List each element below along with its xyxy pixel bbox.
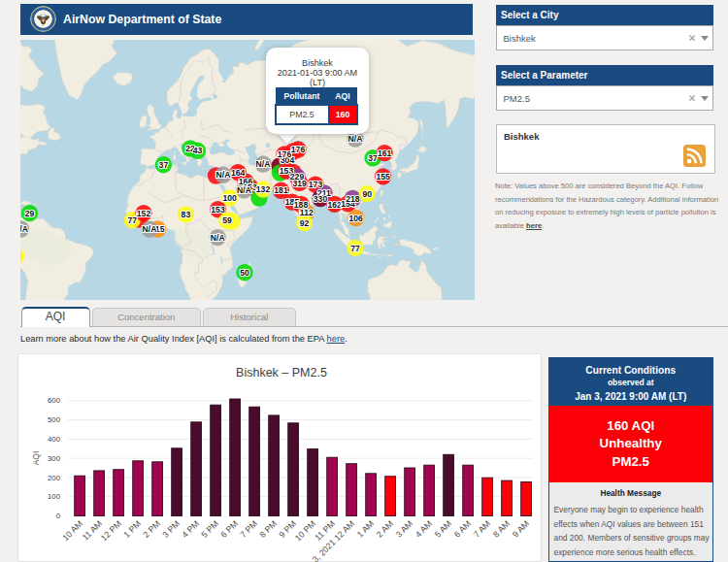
svg-text:1 AM: 1 AM (354, 518, 375, 539)
svg-text:7 AM: 7 AM (471, 518, 491, 539)
svg-text:400: 400 (47, 435, 60, 444)
svg-text:218: 218 (346, 194, 360, 204)
svg-text:106: 106 (349, 214, 364, 223)
svg-text:100: 100 (222, 193, 237, 203)
svg-text:N/A: N/A (20, 224, 28, 234)
svg-text:200: 200 (47, 474, 60, 482)
svg-text:8 PM: 8 PM (257, 518, 279, 540)
svg-text:AQI: AQI (31, 451, 41, 466)
svg-text:6 PM: 6 PM (218, 518, 240, 540)
svg-text:155: 155 (376, 172, 390, 182)
svg-text:300: 300 (47, 454, 60, 463)
svg-text:7 PM: 7 PM (238, 518, 259, 540)
svg-text:43: 43 (193, 146, 203, 155)
svg-text:5 AM: 5 AM (432, 518, 452, 539)
svg-text:4 AM: 4 AM (413, 518, 433, 539)
svg-text:600: 600 (47, 396, 60, 405)
svg-text:161: 161 (378, 149, 392, 158)
svg-text:176: 176 (291, 145, 306, 154)
svg-text:37: 37 (159, 160, 169, 170)
svg-text:N/A: N/A (256, 159, 271, 169)
svg-text:9 AM: 9 AM (510, 518, 530, 539)
svg-text:132: 132 (256, 184, 271, 194)
svg-text:3 PM: 3 PM (160, 518, 182, 540)
svg-text:90: 90 (362, 189, 372, 199)
svg-text:N/A: N/A (348, 134, 363, 144)
svg-text:162: 162 (328, 200, 343, 210)
svg-text:8 AM: 8 AM (490, 518, 511, 539)
svg-text:181: 181 (274, 185, 288, 195)
svg-text:10 PM: 10 PM (292, 518, 316, 543)
svg-text:50: 50 (240, 268, 249, 278)
svg-text:Bishkek – PM2.5: Bishkek – PM2.5 (236, 366, 327, 380)
svg-text:153: 153 (211, 205, 225, 215)
svg-text:6 AM: 6 AM (451, 518, 472, 539)
svg-text:319: 319 (292, 179, 307, 188)
svg-text:10 AM: 10 AM (60, 518, 84, 543)
svg-text:12 PM: 12 PM (98, 518, 122, 543)
svg-text:100: 100 (47, 492, 60, 501)
svg-text:3 AM: 3 AM (393, 518, 414, 539)
svg-text:1 PM: 1 PM (121, 518, 143, 540)
svg-text:176: 176 (278, 149, 292, 159)
svg-text:2 AM: 2 AM (374, 518, 394, 539)
svg-text:59: 59 (222, 215, 232, 225)
svg-text:0: 0 (55, 512, 60, 520)
svg-text:37: 37 (368, 153, 378, 163)
svg-text:164: 164 (231, 168, 246, 178)
svg-text:77: 77 (127, 215, 137, 225)
svg-text:N/A: N/A (216, 170, 231, 180)
svg-text:77: 77 (350, 244, 360, 253)
svg-text:112: 112 (300, 208, 314, 217)
svg-text:29: 29 (25, 209, 35, 218)
svg-text:330: 330 (314, 194, 328, 204)
svg-text:N/A: N/A (143, 224, 157, 234)
svg-text:152: 152 (137, 209, 151, 218)
svg-text:5 PM: 5 PM (199, 518, 220, 540)
svg-text:N/A: N/A (237, 185, 251, 195)
svg-text:500: 500 (47, 415, 60, 424)
svg-text:92: 92 (300, 218, 310, 228)
svg-text:N/A: N/A (211, 233, 225, 243)
svg-text:83: 83 (182, 210, 191, 219)
svg-text:2 PM: 2 PM (141, 518, 162, 540)
svg-text:4 PM: 4 PM (180, 518, 201, 540)
